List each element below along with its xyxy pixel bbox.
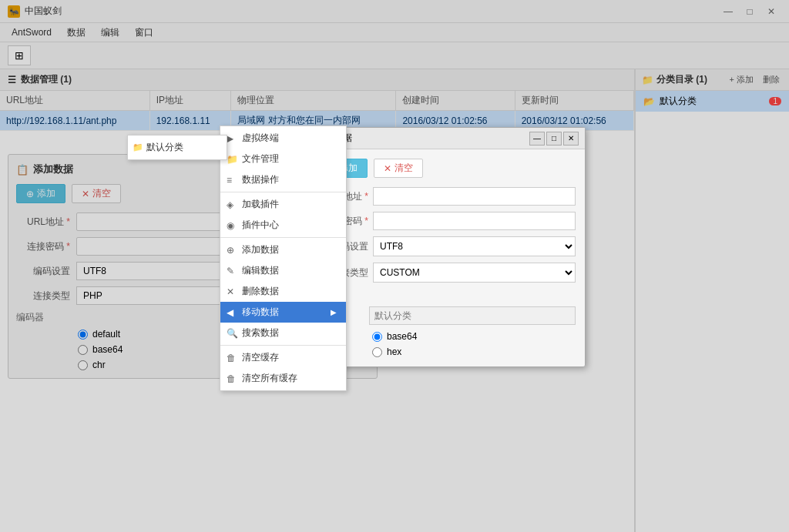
modal-controls: — □ ✕ — [529, 132, 579, 146]
ctx-searchdata[interactable]: 🔍 搜索数据 — [220, 323, 346, 343]
modal-radio-group: base64 hex — [318, 331, 576, 357]
ctx-filemanager-label: 文件管理 — [242, 152, 279, 166]
modal-encoding-select[interactable]: UTF8 — [373, 236, 576, 256]
ctx-searchdata-label: 搜索数据 — [242, 326, 279, 340]
ctx-terminal[interactable]: ▶ 虚拟终端 — [220, 128, 346, 149]
ctx-adddata[interactable]: ⊕ 添加数据 — [220, 239, 346, 260]
ctx-deletedata-label: 删除数据 — [242, 285, 279, 298]
ctx-editdata[interactable]: ✎ 编辑数据 — [220, 260, 346, 281]
modal-maximize-button[interactable]: □ — [546, 132, 562, 146]
modal-radio-base64[interactable]: base64 — [372, 331, 576, 342]
modal-titlebar: 添加数据 — □ ✕ — [309, 128, 585, 149]
db-icon: ≡ — [227, 175, 232, 186]
submenu-arrow: ▶ — [331, 308, 337, 316]
ctx-divider-2 — [220, 237, 346, 238]
ctx-adddata-label: 添加数据 — [242, 243, 279, 256]
submenu: 📁 默认分类 — [127, 135, 227, 160]
modal-radio-base64-label: base64 — [387, 331, 417, 342]
sub-folder-icon: 📁 — [133, 142, 143, 152]
modal-type-select[interactable]: CUSTOM — [373, 263, 576, 283]
clearallcache-icon: 🗑 — [227, 373, 236, 384]
ctx-filemanager[interactable]: 📁 文件管理 — [220, 149, 346, 169]
ctx-dataops[interactable]: ≡ 数据操作 — [220, 169, 346, 190]
ctx-loadplugin-label: 加载插件 — [242, 198, 279, 211]
modal-radio-hex[interactable]: hex — [372, 346, 576, 357]
modal-password-input[interactable] — [373, 212, 576, 230]
add-data-modal: 添加数据 — □ ✕ ⊕ 添加 ✕ 清空 URL地址 连接密码 编码设置 — [308, 127, 586, 367]
ctx-deletedata[interactable]: ✕ 删除数据 — [220, 281, 346, 302]
context-menu: ▶ 虚拟终端 📁 文件管理 ≡ 数据操作 ◈ 加载插件 ◉ 插件中心 ⊕ 添加数… — [220, 125, 347, 391]
modal-clear-button[interactable]: ✕ 清空 — [374, 159, 423, 178]
sub-default-label: 默认分类 — [146, 141, 183, 154]
modal-clear-icon: ✕ — [384, 163, 391, 174]
ctx-movedata-label: 移动数据 — [242, 306, 279, 319]
ctx-plugincenter[interactable]: ◉ 插件中心 — [220, 215, 346, 236]
ctx-clearallcache-label: 清空所有缓存 — [242, 372, 297, 385]
ctx-dataops-label: 数据操作 — [242, 173, 279, 186]
modal-minimize-button[interactable]: — — [529, 132, 545, 146]
ctx-clearcache[interactable]: 🗑 清空缓存 — [220, 347, 346, 368]
searchdata-icon: 🔍 — [227, 328, 238, 339]
ctx-editdata-label: 编辑数据 — [242, 264, 279, 277]
modal-encoder-section: 编码器 — [318, 289, 576, 302]
ctx-plugincenter-label: 插件中心 — [242, 219, 279, 232]
modal-url-input[interactable] — [373, 187, 576, 206]
ctx-loadplugin[interactable]: ◈ 加载插件 — [220, 194, 346, 215]
plugincenter-icon: ◉ — [227, 220, 234, 231]
modal-url-row: URL地址 — [318, 187, 576, 206]
clearcache-icon: 🗑 — [227, 353, 236, 363]
modal-category-row — [318, 306, 576, 325]
modal-body: ⊕ 添加 ✕ 清空 URL地址 连接密码 编码设置 UTF8 连接类型 CUST — [309, 149, 585, 366]
ctx-divider-1 — [220, 192, 346, 192]
adddata-icon: ⊕ — [227, 245, 234, 256]
plugin-icon: ◈ — [227, 199, 233, 210]
terminal-icon: ▶ — [227, 133, 233, 144]
modal-category-input[interactable] — [369, 306, 576, 325]
sub-default-category[interactable]: 📁 默认分类 — [128, 137, 227, 158]
modal-close-button[interactable]: ✕ — [563, 132, 579, 146]
ctx-clearcache-label: 清空缓存 — [242, 351, 279, 364]
modal-encoding-row: 编码设置 UTF8 — [318, 236, 576, 256]
modal-actions: ⊕ 添加 ✕ 清空 — [318, 159, 576, 178]
ctx-divider-3 — [220, 345, 346, 346]
ctx-clearallcache[interactable]: 🗑 清空所有缓存 — [220, 368, 346, 389]
folder-ctx-icon: 📁 — [227, 154, 238, 165]
modal-radio-hex-label: hex — [387, 346, 401, 357]
deletedata-icon: ✕ — [227, 286, 234, 297]
ctx-movedata[interactable]: ◀ 移动数据 ▶ — [220, 302, 346, 323]
ctx-terminal-label: 虚拟终端 — [242, 132, 279, 145]
editdata-icon: ✎ — [227, 266, 234, 276]
movedata-icon: ◀ — [227, 307, 233, 318]
modal-password-row: 连接密码 — [318, 212, 576, 230]
modal-type-row: 连接类型 CUSTOM — [318, 263, 576, 283]
